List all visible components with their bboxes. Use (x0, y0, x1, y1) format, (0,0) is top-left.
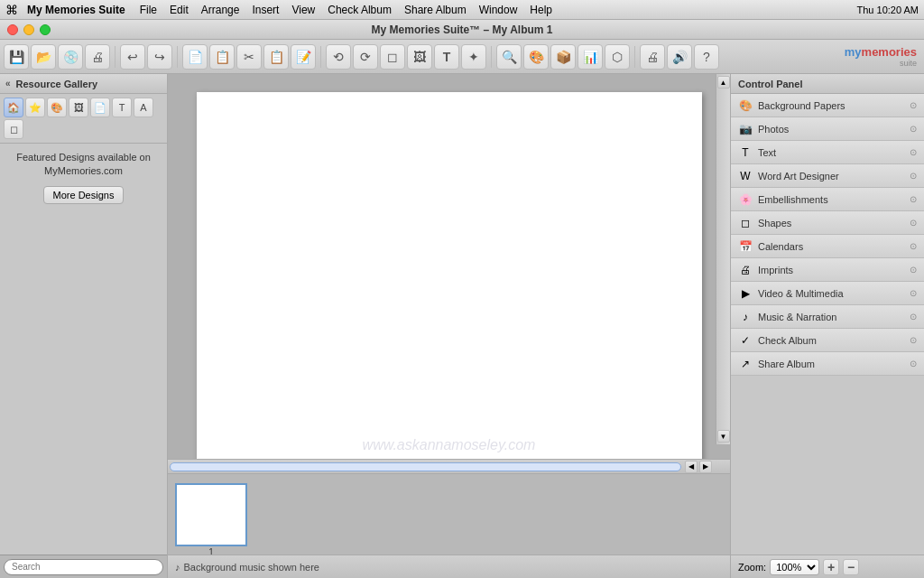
toolbar-open[interactable]: 📂 (31, 44, 56, 70)
cp-icon-video: ▶ (738, 286, 753, 301)
cp-item-video[interactable]: ▶ Video & Multimedia ⊙ (731, 282, 924, 305)
scroll-up-button[interactable]: ▲ (717, 76, 730, 89)
menu-share-album[interactable]: Share Album (404, 4, 467, 16)
music-status-text: Background music shown here (184, 562, 319, 573)
maximize-button[interactable] (40, 24, 51, 35)
cp-label-check-album: Check Album (758, 335, 904, 346)
cp-item-calendars[interactable]: 📅 Calendars ⊙ (731, 235, 924, 258)
cp-icon-text: T (738, 145, 753, 160)
vertical-scrollbar[interactable]: ▲ ▼ (716, 74, 730, 444)
toolbar: 💾 📂 💿 🖨 ↩ ↪ 📄 📋 ✂ 📋 📝 ⟲ ⟳ ◻ 🖼 T ✦ 🔍 🎨 📦 … (0, 40, 924, 74)
toolbar-redo[interactable]: ↪ (147, 44, 172, 70)
apple-menu[interactable]: ⌘ (5, 3, 18, 17)
cp-chevron-shapes: ⊙ (910, 218, 917, 228)
toolbar-new[interactable]: 💾 (4, 44, 29, 70)
toolbar-sep-1 (115, 46, 116, 68)
menu-view[interactable]: View (291, 4, 315, 16)
toolbar-rotate-left[interactable]: ⟲ (326, 44, 351, 70)
toolbar-chart[interactable]: 📊 (578, 44, 603, 70)
canvas-scroll-area[interactable]: www.askannamoseley.com ▲ ▼ (168, 74, 730, 459)
gallery-icon-star[interactable]: ⭐ (25, 98, 45, 117)
gallery-icon-font[interactable]: A (134, 98, 153, 117)
menu-edit[interactable]: Edit (170, 4, 189, 16)
toolbar-rect[interactable]: ◻ (380, 44, 405, 70)
cp-item-imprints[interactable]: 🖨 Imprints ⊙ (731, 258, 924, 282)
toolbar-print[interactable]: 🖨 (85, 44, 110, 70)
scroll-down-button[interactable]: ▼ (717, 430, 730, 443)
cp-label-photos: Photos (758, 124, 904, 135)
cp-item-word-art[interactable]: W Word Art Designer ⊙ (731, 164, 924, 188)
zoom-minus-button[interactable]: − (843, 559, 859, 575)
menu-file[interactable]: File (140, 4, 157, 16)
cp-chevron-photos: ⊙ (910, 124, 917, 134)
cp-item-embellishments[interactable]: 🌸 Embellishments ⊙ (731, 188, 924, 211)
toolbar-sep-5 (634, 46, 635, 68)
gallery-back-icon[interactable]: « (5, 79, 11, 89)
horizontal-scrollbar[interactable]: ◀ ▶ (168, 459, 730, 473)
filmstrip-page-1[interactable]: 1 (175, 483, 247, 546)
cp-label-word-art: Word Art Designer (758, 171, 904, 182)
toolbar-save[interactable]: 💿 (58, 44, 83, 70)
scroll-left-button[interactable]: ◀ (685, 461, 698, 473)
toolbar-shape[interactable]: ✦ (461, 44, 486, 70)
toolbar-cut[interactable]: ✂ (236, 44, 262, 70)
toolbar-rotate-right[interactable]: ⟳ (353, 44, 378, 70)
scroll-right-button[interactable]: ▶ (699, 461, 712, 473)
menu-insert[interactable]: Insert (252, 4, 279, 16)
toolbar-zoom-in[interactable]: 🔍 (496, 44, 522, 70)
menu-window[interactable]: Window (479, 4, 518, 16)
cp-item-music[interactable]: ♪ Music & Narration ⊙ (731, 305, 924, 329)
menu-arrange[interactable]: Arrange (201, 4, 240, 16)
toolbar-copy[interactable]: 📋 (263, 44, 289, 70)
cp-icon-background-papers: 🎨 (738, 98, 753, 113)
gallery-icon-page[interactable]: 📄 (90, 98, 110, 117)
menu-check-album[interactable]: Check Album (328, 4, 392, 16)
cp-item-background-papers[interactable]: 🎨 Background Papers ⊙ (731, 94, 924, 117)
minimize-button[interactable] (23, 24, 34, 35)
toolbar-polygon[interactable]: ⬡ (605, 44, 630, 70)
close-button[interactable] (7, 24, 18, 35)
toolbar-page-dup[interactable]: 📋 (209, 44, 235, 70)
gallery-icon-color[interactable]: 🎨 (47, 98, 67, 117)
search-input[interactable] (4, 559, 163, 575)
gallery-icon-image[interactable]: 🖼 (69, 98, 88, 117)
cp-item-shapes[interactable]: ◻ Shapes ⊙ (731, 211, 924, 235)
gallery-icon-text[interactable]: T (112, 98, 132, 117)
cp-icon-imprints: 🖨 (738, 263, 753, 277)
scrollbar-track-h[interactable] (170, 462, 681, 471)
gallery-icon-shape[interactable]: ◻ (4, 119, 23, 139)
control-panel-label: Control Panel (738, 79, 803, 89)
zoom-select[interactable]: 50%75%100%125%150%200% (770, 559, 819, 575)
cp-item-share-album[interactable]: ↗ Share Album ⊙ (731, 352, 924, 376)
toolbar-text[interactable]: T (434, 44, 459, 70)
toolbar-paste[interactable]: 📝 (291, 44, 316, 70)
cp-item-check-album[interactable]: ✓ Check Album ⊙ (731, 329, 924, 352)
menu-help[interactable]: Help (530, 4, 552, 16)
toolbar-print2[interactable]: 🖨 (640, 44, 665, 70)
toolbar-group[interactable]: 📦 (550, 44, 576, 70)
cp-label-music: Music & Narration (758, 312, 904, 322)
toolbar-color[interactable]: 🎨 (523, 44, 549, 70)
logo-text: mymemories (845, 45, 917, 59)
music-icon: ♪ (175, 562, 180, 573)
toolbar-undo[interactable]: ↩ (120, 44, 145, 70)
cp-item-photos[interactable]: 📷 Photos ⊙ (731, 117, 924, 141)
main-layout: « Resource Gallery 🏠 ⭐ 🎨 🖼 📄 T A ◻ Featu… (0, 74, 924, 578)
cp-chevron-imprints: ⊙ (910, 265, 917, 275)
gallery-icon-home[interactable]: 🏠 (4, 98, 23, 117)
filmstrip: 1 (168, 473, 730, 555)
app-name[interactable]: My Memories Suite (27, 4, 125, 16)
toolbar-background[interactable]: 🖼 (407, 44, 432, 70)
toolbar-sep-3 (320, 46, 321, 68)
promo-text: Featured Designs available on MyMemories… (7, 151, 160, 179)
zoom-plus-button[interactable]: + (823, 559, 839, 575)
toolbar-music[interactable]: 🔊 (667, 44, 692, 70)
toolbar-page-new[interactable]: 📄 (182, 44, 208, 70)
left-panel: « Resource Gallery 🏠 ⭐ 🎨 🖼 📄 T A ◻ Featu… (0, 74, 168, 578)
cp-chevron-video: ⊙ (910, 288, 917, 298)
more-designs-button[interactable]: More Designs (43, 186, 125, 204)
toolbar-help[interactable]: ? (694, 44, 719, 70)
logo: mymemories suite (845, 45, 920, 68)
cp-item-text[interactable]: T Text ⊙ (731, 141, 924, 164)
cp-chevron-calendars: ⊙ (910, 241, 917, 251)
